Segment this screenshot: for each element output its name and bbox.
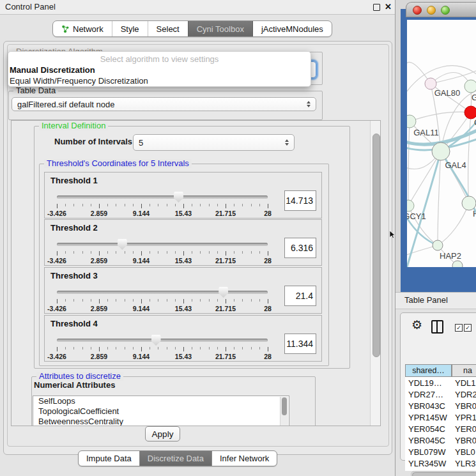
network-node[interactable]	[433, 240, 443, 250]
mac-minimize-button[interactable]	[427, 6, 436, 15]
mac-zoom-button[interactable]	[441, 6, 450, 15]
table-row[interactable]: YDL19…YDL1	[405, 377, 476, 388]
interval-definition-title: Interval Definition	[39, 121, 108, 130]
network-edge	[438, 151, 441, 245]
table-cell[interactable]: YBR045C	[405, 434, 452, 446]
node-label-gal80: GAL80	[434, 88, 460, 98]
checkbox-icon[interactable]: ✓	[464, 324, 472, 332]
table-row[interactable]: YBR045CYBR0	[405, 434, 476, 446]
threshold-value-field[interactable]: 6.316	[284, 238, 316, 258]
tab-infer-network[interactable]: Infer Network	[211, 451, 277, 466]
attribute-item-topologicalcoefficient[interactable]: TopologicalCoefficient	[33, 406, 289, 417]
threshold-value-field[interactable]: 11.344	[284, 334, 316, 354]
table-row[interactable]: YLR345WYLR3	[405, 457, 476, 469]
table-header-row: shared…na	[405, 364, 476, 377]
attribute-item-selfloops[interactable]: SelfLoops	[33, 396, 289, 406]
tab-discretize-data[interactable]: Discretize Data	[139, 451, 211, 466]
table-cell[interactable]: YBL079W	[405, 446, 452, 457]
network-node[interactable]	[464, 106, 476, 119]
slider-track[interactable]	[57, 243, 268, 246]
float-window-icon[interactable]	[373, 4, 380, 11]
columns-icon[interactable]	[431, 320, 443, 334]
table-cell[interactable]: YER0	[452, 423, 476, 434]
network-node[interactable]	[452, 261, 463, 267]
threshold-value-field[interactable]: 21.4	[284, 286, 316, 306]
table-cell[interactable]: YDR2	[452, 388, 476, 400]
scrollbar-thumb[interactable]	[412, 472, 476, 476]
slider-thumb[interactable]	[118, 239, 127, 250]
num-intervals-combobox[interactable]: 5	[133, 134, 295, 151]
tab-jactivemnodules[interactable]: jActiveMNodules	[253, 21, 332, 36]
table-row[interactable]: YBL079WYBL0	[405, 446, 476, 457]
network-edge	[408, 151, 441, 206]
table-cell[interactable]: YDL19…	[405, 377, 452, 388]
attributes-group-title: Attributes to discretize	[36, 372, 123, 381]
network-window-titlebar[interactable]	[406, 2, 476, 17]
attributes-list-scrollbar[interactable]	[280, 397, 288, 426]
close-icon[interactable]: ✕	[385, 2, 392, 12]
table-row[interactable]: YBR043CYBR0	[405, 400, 476, 411]
dropdown-placeholder: Select algorithm to view settings	[8, 52, 311, 65]
window-title: Control Panel	[5, 2, 56, 12]
table-cell[interactable]: YBR043C	[405, 400, 452, 411]
threshold-value-field[interactable]: 14.713	[284, 190, 316, 211]
table-cell[interactable]: YDR27…	[405, 388, 452, 400]
slider-ticks	[57, 204, 268, 209]
tab-impute-data[interactable]: Impute Data	[79, 451, 139, 466]
table-cell[interactable]: YBR0	[452, 400, 476, 411]
dropdown-option-manual-discretization[interactable]: Manual Discretization	[8, 65, 311, 75]
table-data-combobox[interactable]: galFiltered.sif default node	[12, 97, 316, 111]
slider-thumb[interactable]	[219, 287, 228, 298]
slider-track[interactable]	[57, 339, 268, 342]
tab-label: jActiveMNodules	[261, 24, 323, 34]
slider-thumb[interactable]	[174, 192, 183, 203]
slider-scale-labels: -3.4262.8599.14415.4321.71528	[57, 353, 268, 360]
attribute-item-betweennesscentrality[interactable]: BetweennessCentrality	[33, 417, 289, 426]
table-cell[interactable]: YPR1	[452, 411, 476, 423]
table-cell[interactable]: YBR0	[452, 434, 476, 446]
tab-label: Network	[73, 24, 104, 34]
network-node[interactable]	[464, 80, 476, 93]
threshold-label: Threshold 4	[50, 319, 98, 328]
slider-thumb[interactable]	[151, 335, 161, 346]
node-label-h: H	[473, 209, 476, 219]
network-node[interactable]	[432, 142, 450, 160]
table-cell[interactable]: YER054C	[405, 423, 452, 434]
scrollbar-thumb[interactable]	[372, 134, 380, 357]
table-horizontal-scrollbar[interactable]	[411, 471, 476, 476]
tab-select[interactable]: Select	[148, 21, 188, 36]
gear-icon[interactable]: ⚙	[411, 319, 422, 331]
table-row[interactable]: YER054CYER0	[405, 423, 476, 434]
mac-close-button[interactable]	[413, 6, 422, 15]
checkbox-icon[interactable]: ✓	[455, 324, 463, 332]
tab-style[interactable]: Style	[112, 21, 148, 36]
attributes-list[interactable]: SelfLoopsTopologicalCoefficientBetweenne…	[33, 395, 289, 426]
table-cell[interactable]: YPR145W	[405, 411, 452, 423]
network-node[interactable]	[462, 196, 476, 210]
network-icon	[61, 25, 70, 33]
table-cell[interactable]: YLR3	[452, 457, 476, 469]
network-canvas[interactable]: GAL80GACGAL11GAL4GCY1HHAP2	[407, 20, 476, 267]
threshold-panel-1: Threshold 1-3.4262.8599.14415.4321.71528…	[44, 172, 322, 219]
table-cell[interactable]: YBL0	[452, 446, 476, 457]
node-attribute-table[interactable]: shared…naYDL19…YDL1YDR27…YDR2YBR043CYBR0…	[405, 364, 476, 471]
table-cell[interactable]: YDL1	[452, 377, 476, 388]
tab-network[interactable]: Network	[53, 21, 112, 36]
slider-track[interactable]	[57, 291, 268, 294]
column-header-shared[interactable]: shared…	[405, 364, 452, 377]
table-row[interactable]: YPR145WYPR1	[405, 411, 476, 423]
threshold-label: Threshold 2	[50, 223, 98, 233]
tab-label: Cyni Toolbox	[197, 24, 244, 34]
network-edge	[438, 203, 469, 245]
network-node[interactable]	[407, 200, 414, 211]
network-node[interactable]	[407, 115, 416, 128]
settings-vertical-scrollbar[interactable]	[370, 121, 381, 426]
table-cell[interactable]: YLR345W	[405, 457, 452, 469]
slider-track[interactable]	[57, 196, 268, 199]
table-row[interactable]: YDR27…YDR2	[405, 388, 476, 400]
apply-button[interactable]: Apply	[145, 426, 180, 441]
dropdown-option-equal-width-frequency-discretization[interactable]: Equal Width/Frequency Discretization	[8, 75, 311, 86]
tab-cyni-toolbox[interactable]: Cyni Toolbox	[188, 21, 253, 36]
tab-label: Select	[157, 24, 180, 34]
column-header-na[interactable]: na	[452, 364, 476, 377]
